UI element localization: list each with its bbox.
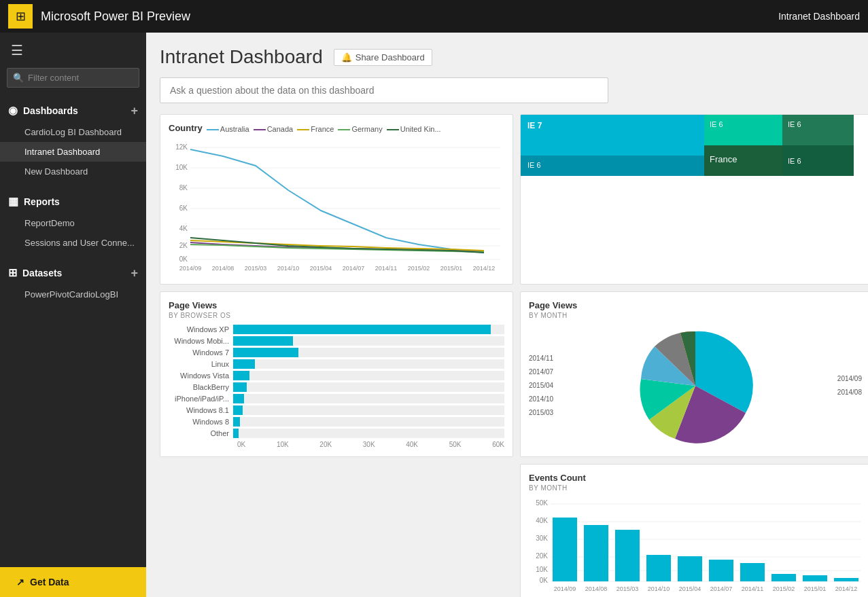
reports-icon: ▦ xyxy=(8,195,18,208)
legend-germany: Germany xyxy=(338,125,382,133)
svg-text:8K: 8K xyxy=(179,184,188,192)
share-dashboard-button[interactable]: 🔔 Share Dashboard xyxy=(334,49,432,66)
svg-text:IE 7: IE 7 xyxy=(527,121,542,130)
svg-text:2014/12: 2014/12 xyxy=(473,265,496,272)
svg-rect-53 xyxy=(709,560,733,581)
sidebar: ☰ 🔍 ◉ Dashboards + CardioLog BI Dashboar… xyxy=(0,33,146,597)
page-title: Intranet Dashboard xyxy=(160,46,323,68)
share-icon: 🔔 xyxy=(341,52,352,62)
topbar-dashboard-name: Intranet Dashboard xyxy=(778,11,860,22)
events-chart-title: Events Count xyxy=(529,473,862,483)
sidebar-section-dashboards: ◉ Dashboards + CardioLog BI Dashboard In… xyxy=(0,94,146,185)
main-layout: ☰ 🔍 ◉ Dashboards + CardioLog BI Dashboar… xyxy=(0,33,868,597)
sidebar-section-header-reports[interactable]: ▦ Reports xyxy=(0,189,146,213)
pie-chart-title: Page Views xyxy=(529,300,862,310)
pie-label-2015-03: 2015/03 xyxy=(529,406,634,420)
svg-text:30K: 30K xyxy=(536,535,548,542)
legend-australia: Australia xyxy=(207,125,249,133)
treemap-svg: IE 7 IE 6 IE 6 France IE 6 IE 6 xyxy=(521,115,854,176)
sidebar-item-cardiolog[interactable]: CardioLog BI Dashboard xyxy=(0,122,146,142)
events-chart-svg: 50K 40K 30K 20K 10K 0K xyxy=(529,497,862,592)
svg-text:2K: 2K xyxy=(179,242,188,249)
svg-text:2014/11: 2014/11 xyxy=(375,265,398,272)
hamburger-menu-button[interactable]: ☰ xyxy=(0,33,146,68)
svg-rect-24 xyxy=(521,115,704,156)
svg-text:IE 6: IE 6 xyxy=(788,157,801,165)
sidebar-item-new-dashboard[interactable]: New Dashboard xyxy=(0,162,146,181)
svg-text:2014/07: 2014/07 xyxy=(343,265,365,272)
svg-text:France: France xyxy=(710,154,737,164)
svg-text:2014/12: 2014/12 xyxy=(835,585,858,592)
svg-text:IE 6: IE 6 xyxy=(788,120,801,128)
sidebar-item-reportdemo[interactable]: ReportDemo xyxy=(0,213,146,233)
bar-row-other: Other xyxy=(169,429,504,438)
svg-text:2014/09: 2014/09 xyxy=(554,585,576,592)
svg-text:2015/01: 2015/01 xyxy=(804,585,827,592)
svg-text:2015/04: 2015/04 xyxy=(310,265,332,272)
svg-rect-28 xyxy=(782,115,854,145)
search-icon: 🔍 xyxy=(13,73,24,83)
svg-text:IE 6: IE 6 xyxy=(710,120,723,128)
svg-text:0K: 0K xyxy=(540,577,549,584)
pie-label-2014-07: 2014/07 xyxy=(529,365,634,379)
svg-text:2014/08: 2014/08 xyxy=(585,585,608,592)
get-data-label: Get Data xyxy=(30,577,69,587)
svg-text:IE 6: IE 6 xyxy=(527,161,541,169)
app-title: Microsoft Power BI Preview xyxy=(41,10,778,24)
events-chart-tile: Events Count BY MONTH 50K 40K 30K 20K 10… xyxy=(520,464,868,597)
svg-text:10K: 10K xyxy=(175,164,188,171)
sidebar-search-box[interactable]: 🔍 xyxy=(7,68,139,88)
svg-rect-49 xyxy=(584,525,608,581)
svg-text:2015/04: 2015/04 xyxy=(679,585,701,592)
svg-rect-55 xyxy=(771,574,796,581)
app-icon: ⊞ xyxy=(8,4,33,29)
bar-row-win7: Windows 7 xyxy=(169,348,504,357)
svg-text:2015/02: 2015/02 xyxy=(773,585,795,592)
qa-input[interactable] xyxy=(160,77,608,103)
svg-text:40K: 40K xyxy=(536,517,548,524)
dashboards-icon: ◉ xyxy=(8,104,18,117)
legend-canada: Canada xyxy=(254,125,294,133)
sidebar-section-header-datasets[interactable]: ⊞ Datasets + xyxy=(0,261,146,285)
svg-rect-32 xyxy=(521,156,704,176)
sidebar-section-header-dashboards[interactable]: ◉ Dashboards + xyxy=(0,98,146,122)
content-area: Intranet Dashboard 🔔 Share Dashboard Cou… xyxy=(146,33,868,597)
sidebar-search-input[interactable] xyxy=(28,73,142,83)
svg-text:2015/02: 2015/02 xyxy=(408,265,430,272)
bar-chart-subtitle: BY BROWSER OS xyxy=(169,312,504,319)
legend-united-kingdom: United Kin... xyxy=(387,125,441,133)
sidebar-reports-label: Reports xyxy=(24,196,60,207)
sidebar-section-reports: ▦ Reports ReportDemo Sessions and User C… xyxy=(0,185,146,257)
svg-text:6K: 6K xyxy=(179,204,188,212)
add-dataset-button[interactable]: + xyxy=(131,267,138,279)
events-chart-subtitle: BY MONTH xyxy=(529,484,862,492)
svg-text:20K: 20K xyxy=(536,552,548,560)
svg-text:2014/10: 2014/10 xyxy=(277,265,300,272)
svg-text:10K: 10K xyxy=(536,566,548,573)
topbar: ⊞ Microsoft Power BI Preview Intranet Da… xyxy=(0,0,868,33)
svg-text:2015/01: 2015/01 xyxy=(440,265,463,272)
sidebar-section-datasets: ⊞ Datasets + PowerPivotCardioLogBI xyxy=(0,257,146,308)
bar-row-winmobile: Windows Mobi... xyxy=(169,336,504,346)
get-data-button[interactable]: ↗ Get Data xyxy=(0,567,146,597)
line-chart-title: Country xyxy=(169,123,203,133)
pie-label-2015-04: 2015/04 xyxy=(529,379,634,393)
pie-chart-tile: Page Views BY MONTH 2014/11 2014/07 2015… xyxy=(520,291,868,457)
line-chart-tile: Country Australia Canada France Germany … xyxy=(160,114,513,285)
treemap-tile: IE 7 IE 6 IE 6 France IE 6 IE 6 xyxy=(520,114,868,285)
bar-chart-rows: Windows XP Windows Mobi... Windows 7 Lin… xyxy=(169,325,504,438)
svg-text:4K: 4K xyxy=(179,225,188,232)
svg-rect-51 xyxy=(646,555,671,581)
sidebar-item-powerpivot[interactable]: PowerPivotCardioLogBI xyxy=(0,285,146,304)
get-data-icon: ↗ xyxy=(16,577,24,587)
bar-chart-tile: Page Views BY BROWSER OS Windows XP Wind… xyxy=(160,291,513,457)
app-icon-symbol: ⊞ xyxy=(16,9,26,24)
line-chart-svg: 12K 10K 8K 6K 4K 2K 0K xyxy=(169,137,502,273)
svg-text:2014/09: 2014/09 xyxy=(179,265,202,272)
sidebar-item-sessions[interactable]: Sessions and User Conne... xyxy=(0,233,146,253)
sidebar-item-intranet[interactable]: Intranet Dashboard xyxy=(0,142,146,162)
sidebar-datasets-label: Datasets xyxy=(22,268,62,278)
svg-rect-48 xyxy=(553,518,577,581)
add-dashboard-button[interactable]: + xyxy=(131,105,138,117)
datasets-icon: ⊞ xyxy=(8,266,17,279)
